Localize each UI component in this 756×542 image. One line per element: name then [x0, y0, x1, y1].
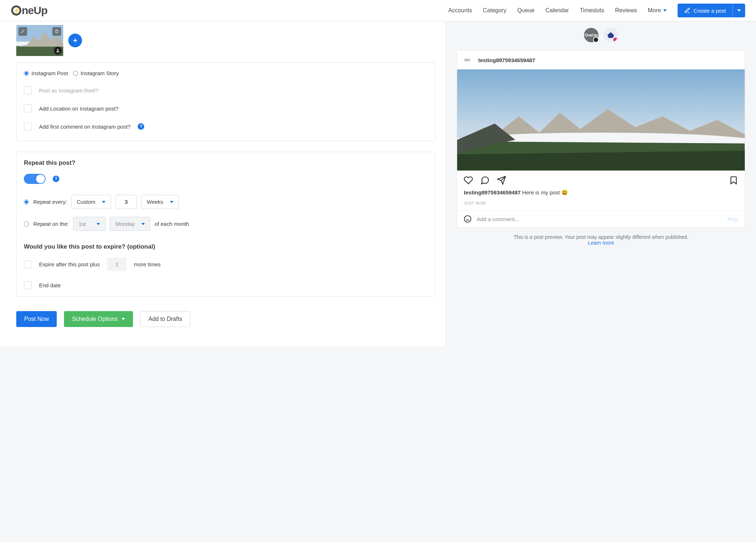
chevron-down-icon	[141, 223, 145, 225]
edit-media-button[interactable]	[18, 27, 27, 36]
repeat-toggle[interactable]	[24, 174, 46, 184]
option-location-label: Add Location on Instagram post?	[39, 106, 119, 112]
nav-queue[interactable]: Queue	[517, 7, 534, 14]
repeat-title: Repeat this post?	[24, 159, 428, 167]
create-post-dropdown[interactable]	[733, 4, 745, 17]
compose-icon	[684, 7, 691, 14]
help-icon[interactable]: ?	[138, 123, 144, 130]
nav-more-label: More	[648, 7, 661, 14]
post-now-button[interactable]: Post Now	[16, 311, 57, 327]
comment-input-placeholder[interactable]: Add a comment...	[477, 216, 722, 222]
expire-after-checkbox[interactable]	[24, 261, 32, 268]
option-location-checkbox[interactable]	[24, 104, 32, 112]
add-media-button[interactable]: +	[68, 34, 82, 47]
repeat-card: Repeat this post? ? Repeat every: Custom…	[16, 152, 435, 297]
create-post-group: Create a post	[678, 4, 745, 17]
nav-reviews[interactable]: Reviews	[615, 7, 637, 14]
main-nav: Accounts Category Queue Calendar Timeslo…	[448, 4, 745, 17]
repeat-every-radio[interactable]	[24, 199, 29, 205]
repeat-toggle-row: ?	[24, 174, 428, 184]
nav-category[interactable]: Category	[483, 7, 506, 14]
media-row: +	[16, 25, 435, 56]
expire-enddate-label: End date	[39, 282, 61, 288]
action-bar: Post Now Schedule Options Add to Drafts	[16, 311, 435, 327]
repeat-interval-input[interactable]	[115, 195, 137, 209]
repeat-mode-value: Custom	[77, 199, 95, 205]
nav-timeslots[interactable]: Timeslots	[580, 7, 604, 14]
option-reel-checkbox[interactable]	[24, 86, 32, 94]
post-type-post-radio[interactable]	[24, 71, 29, 76]
expire-after-prefix: Expire after this post plus	[39, 261, 100, 267]
account-avatar-oneup[interactable]: OneUp	[584, 28, 598, 42]
chevron-down-icon	[96, 223, 100, 225]
account-avatar-row: OneUp	[457, 28, 745, 42]
repeat-day-select[interactable]: Monday	[110, 217, 150, 231]
repeat-unit-value: Weeks	[147, 199, 163, 205]
preview-column: OneUp testing8975934659487	[453, 21, 756, 347]
option-reel-row: Post as Instagram Reel?	[24, 86, 428, 94]
repeat-mode-select[interactable]: Custom	[71, 195, 111, 209]
preview-action-row	[457, 171, 745, 187]
post-type-story-label: Instagram Story	[81, 70, 119, 76]
preview-left-icons	[464, 176, 506, 185]
delete-media-button[interactable]	[52, 27, 61, 36]
post-type-story[interactable]: Instagram Story	[73, 70, 119, 76]
chevron-down-icon	[121, 318, 125, 320]
svg-point-4	[57, 49, 59, 51]
bookmark-icon[interactable]	[729, 176, 738, 185]
chevron-down-icon	[737, 9, 741, 12]
expire-enddate-checkbox[interactable]	[24, 281, 32, 289]
option-reel-label: Post as Instagram Reel?	[39, 87, 98, 94]
expire-after-row: Expire after this post plus more times	[24, 258, 428, 271]
post-type-radio-group: Instagram Post Instagram Story	[24, 70, 428, 76]
preview-timestamp: JUST NOW	[457, 198, 745, 210]
svg-point-24	[464, 216, 471, 222]
brand-logo: ⚡neUp	[11, 4, 47, 17]
account-avatar-bird[interactable]	[603, 28, 618, 42]
composer-column: + Instagram Post Instagram Story Post as…	[0, 21, 446, 347]
help-icon[interactable]: ?	[53, 176, 59, 182]
main-layout: + Instagram Post Instagram Story Post as…	[0, 21, 756, 361]
preview-image	[457, 69, 745, 171]
media-thumbnail[interactable]	[16, 25, 63, 56]
chevron-down-icon	[170, 201, 173, 203]
nav-calendar[interactable]: Calendar	[545, 7, 569, 14]
expire-after-suffix: more times	[134, 261, 160, 267]
toggle-knob	[36, 175, 45, 183]
heart-icon[interactable]	[464, 176, 473, 185]
chevron-down-icon	[663, 9, 667, 12]
create-post-button[interactable]: Create a post	[678, 4, 733, 17]
nav-more[interactable]: More	[648, 7, 666, 14]
option-first-comment-row: Add first comment on Instagram post? ?	[24, 122, 428, 130]
preview-handle: testing8975934659487	[478, 57, 535, 63]
repeat-every-label: Repeat every:	[33, 199, 67, 205]
repeat-unit-select[interactable]: Weeks	[141, 195, 179, 209]
emoji-icon[interactable]	[464, 215, 472, 223]
create-post-label: Create a post	[693, 8, 726, 14]
tag-user-button[interactable]	[54, 47, 62, 55]
nav-accounts[interactable]: Accounts	[448, 7, 472, 14]
post-type-post[interactable]: Instagram Post	[24, 70, 68, 76]
repeat-on-radio[interactable]	[24, 221, 29, 227]
option-first-comment-checkbox[interactable]	[24, 122, 32, 130]
repeat-on-label: Repeat on the:	[33, 221, 69, 227]
preview-post-link: Post	[727, 216, 738, 222]
repeat-ordinal-value: 1st	[78, 221, 86, 227]
caption-emoji: 😃	[561, 189, 568, 195]
repeat-on-row: Repeat on the: 1st Monday of each month	[24, 217, 428, 231]
schedule-options-button[interactable]: Schedule Options	[64, 311, 133, 327]
post-type-story-radio[interactable]	[73, 71, 78, 76]
expire-enddate-row: End date	[24, 281, 428, 289]
comment-icon[interactable]	[480, 176, 490, 185]
preview-note-text: This is a post preview. Your post may ap…	[514, 234, 688, 240]
share-icon[interactable]	[497, 176, 506, 185]
app-header: ⚡neUp Accounts Category Queue Calendar T…	[0, 0, 756, 21]
expire-title: Would you like this post to expire? (opt…	[24, 243, 428, 250]
add-to-drafts-button[interactable]: Add to Drafts	[140, 311, 190, 327]
expire-count-input[interactable]	[107, 258, 126, 271]
repeat-ordinal-select[interactable]: 1st	[73, 217, 106, 231]
instagram-preview-card: testing8975934659487	[457, 50, 745, 228]
chevron-down-icon	[102, 201, 106, 203]
learn-more-link[interactable]: Learn more	[588, 240, 614, 246]
caption-text: Here is my post	[522, 189, 560, 195]
